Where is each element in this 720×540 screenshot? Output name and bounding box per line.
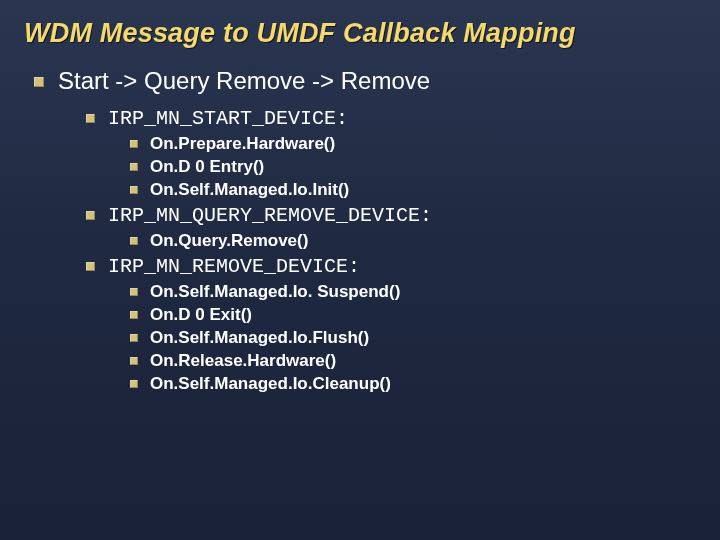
irp-start-device: IRP_MN_START_DEVICE: On.Prepare.Hardware… [86,107,696,200]
bullet-list-level3: On.Prepare.Hardware() On.D 0 Entry() On.… [130,134,696,200]
callback-item: On.Query.Remove() [130,231,696,251]
section-heading: IRP_MN_QUERY_REMOVE_DEVICE: [108,204,432,227]
main-bullet-text: Start -> Query Remove -> Remove [58,67,430,94]
callback-item: On.Self.Managed.Io.Cleanup() [130,374,696,394]
callback-item: On.D 0 Exit() [130,305,696,325]
callback-item: On.Self.Managed.Io. Suspend() [130,282,696,302]
callback-item: On.Release.Hardware() [130,351,696,371]
slide-title: WDM Message to UMDF Callback Mapping [24,18,696,49]
bullet-list-level2: IRP_MN_START_DEVICE: On.Prepare.Hardware… [86,107,696,394]
callback-item: On.Self.Managed.Io.Init() [130,180,696,200]
bullet-list-level1: Start -> Query Remove -> Remove IRP_MN_S… [34,67,696,394]
irp-query-remove-device: IRP_MN_QUERY_REMOVE_DEVICE: On.Query.Rem… [86,204,696,251]
main-bullet: Start -> Query Remove -> Remove IRP_MN_S… [34,67,696,394]
callback-item: On.Self.Managed.Io.Flush() [130,328,696,348]
callback-item: On.D 0 Entry() [130,157,696,177]
callback-item: On.Prepare.Hardware() [130,134,696,154]
slide: WDM Message to UMDF Callback Mapping Sta… [0,0,720,540]
section-heading: IRP_MN_START_DEVICE: [108,107,348,130]
section-heading: IRP_MN_REMOVE_DEVICE: [108,255,360,278]
bullet-list-level3: On.Query.Remove() [130,231,696,251]
bullet-list-level3: On.Self.Managed.Io. Suspend() On.D 0 Exi… [130,282,696,394]
irp-remove-device: IRP_MN_REMOVE_DEVICE: On.Self.Managed.Io… [86,255,696,394]
